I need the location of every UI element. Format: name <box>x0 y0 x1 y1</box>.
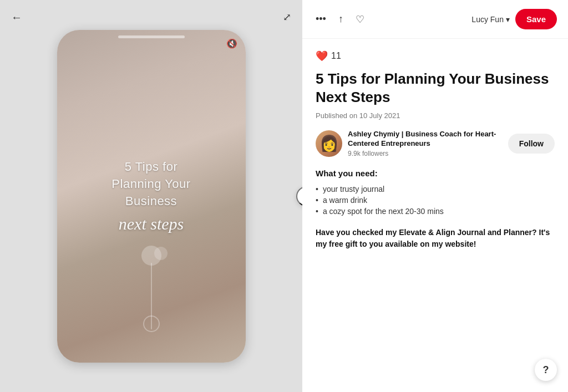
share-button[interactable]: ↑ <box>336 11 346 27</box>
publish-date: Published on 10 July 2021 <box>316 111 555 120</box>
phone-notch <box>118 35 185 38</box>
shrink-button[interactable]: ⤢ <box>283 11 291 23</box>
user-menu[interactable]: Lucy Fun ▾ <box>471 15 510 24</box>
back-button[interactable]: ← <box>11 11 22 24</box>
mute-icon: 🔇 <box>226 38 237 49</box>
like-button[interactable]: ♡ <box>353 11 367 28</box>
help-button[interactable]: ? <box>535 359 557 381</box>
save-button[interactable]: Save <box>515 9 557 29</box>
user-name: Lucy Fun <box>471 15 504 24</box>
header-right: Lucy Fun ▾ Save <box>471 9 557 29</box>
heart-icon: ❤️ <box>316 50 328 62</box>
header-actions: ••• ↑ ♡ <box>313 11 367 28</box>
what-you-need-label: What you need: <box>316 169 555 178</box>
author-row: 👩 Ashley Chymiy | Business Coach for Hea… <box>316 130 555 157</box>
phone-frame: 🔇 5 Tips for Planning Your Business next… <box>57 30 246 363</box>
likes-row: ❤️ 11 <box>316 50 555 62</box>
author-info: Ashley Chymiy | Business Coach for Heart… <box>348 130 503 157</box>
avatar: 👩 <box>316 130 342 157</box>
phone-title: 5 Tips for Planning Your Business <box>111 159 190 210</box>
likes-count: 11 <box>331 51 341 61</box>
right-header: ••• ↑ ♡ Lucy Fun ▾ Save <box>302 0 568 39</box>
left-panel: ← ⤢ 🔇 5 Tips for Planning Your Business … <box>0 0 302 392</box>
right-panel: ••• ↑ ♡ Lucy Fun ▾ Save ❤️ 11 5 Tips for… <box>302 0 568 392</box>
author-followers: 9.9k followers <box>348 150 503 157</box>
right-content: ❤️ 11 5 Tips for Planning Your Business … <box>302 39 568 392</box>
author-name: Ashley Chymiy | Business Coach for Heart… <box>348 130 503 149</box>
promo-text: Have you checked my Elevate & Align Jour… <box>316 227 555 250</box>
bullet-list: your trusty journala warm drinka cozy sp… <box>316 184 555 217</box>
pin-title: 5 Tips for Planning Your Business Next S… <box>316 70 555 106</box>
more-options-button[interactable]: ••• <box>313 11 328 27</box>
phone-script: next steps <box>119 215 184 233</box>
chevron-down-icon: ▾ <box>506 15 510 24</box>
follow-button[interactable]: Follow <box>508 134 555 154</box>
list-item: a cozy spot for the next 20-30 mins <box>316 206 555 217</box>
list-item: your trusty journal <box>316 184 555 195</box>
list-item: a warm drink <box>316 195 555 206</box>
